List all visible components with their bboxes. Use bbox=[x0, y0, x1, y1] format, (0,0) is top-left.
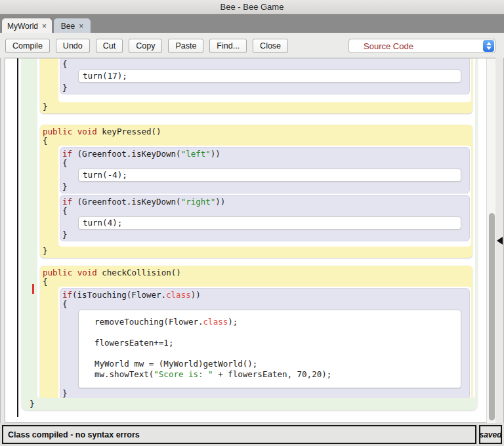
code-line: turn(17); bbox=[83, 71, 461, 81]
statement-box[interactable]: removeTouching(Flower.class); flowersEat… bbox=[78, 310, 461, 388]
if-frame[interactable]: if (Greenfoot.isKeyDown("left")){turn(-4… bbox=[60, 147, 470, 193]
code-token: "Score is: " bbox=[154, 369, 213, 379]
tab-strip: MyWorld × Bee × bbox=[0, 14, 504, 33]
code-token: + flowersEaten, 70,20); bbox=[213, 369, 332, 379]
code-line: turn(4); bbox=[83, 218, 461, 228]
statement-box[interactable]: turn(4); bbox=[78, 216, 461, 230]
code-token: class bbox=[166, 290, 191, 300]
code-line bbox=[94, 327, 461, 338]
method-frame[interactable]: {turn(17);}} bbox=[40, 58, 472, 113]
if-condition: if (Greenfoot.isKeyDown("left")) bbox=[62, 149, 468, 159]
tab-myworld-close-icon[interactable]: × bbox=[42, 22, 47, 31]
code-token: (Greenfoot.isKeyDown( bbox=[72, 197, 181, 207]
method-frame[interactable]: public void checkCollision(){if(isTouchi… bbox=[40, 266, 472, 398]
class-frame[interactable]: {turn(17);}}public void keyPressed(){if … bbox=[22, 58, 477, 410]
close-brace: } bbox=[62, 83, 468, 92]
toolbar-button-close[interactable]: Close bbox=[253, 39, 288, 53]
code-token: mw.showText( bbox=[94, 369, 154, 379]
code-token: { bbox=[62, 158, 68, 168]
toolbar-button-paste[interactable]: Paste bbox=[168, 39, 203, 53]
code-token: turn(-4); bbox=[83, 170, 127, 180]
code-token: "left" bbox=[181, 149, 211, 159]
code-line: turn(-4); bbox=[83, 170, 461, 180]
tab-myworld[interactable]: MyWorld × bbox=[1, 18, 52, 33]
code-token: public bbox=[43, 127, 72, 136]
code-token: checkCollision() bbox=[97, 268, 181, 277]
code-editor[interactable]: {turn(17);}}public void keyPressed(){if … bbox=[5, 58, 495, 423]
toolbar-button-find[interactable]: Find... bbox=[209, 39, 247, 53]
edit-caret bbox=[32, 284, 34, 294]
window-title: Bee - Bee Game bbox=[0, 2, 504, 12]
editor-window: Bee - Bee Game MyWorld × Bee × CompileUn… bbox=[0, 0, 504, 446]
if-frame[interactable]: {turn(17);} bbox=[60, 58, 470, 94]
code-token: ); bbox=[228, 317, 238, 327]
open-brace: { bbox=[62, 159, 468, 168]
toolbar-button-undo[interactable]: Undo bbox=[56, 39, 90, 53]
tab-bee[interactable]: Bee × bbox=[53, 18, 91, 33]
code-token: } bbox=[62, 83, 68, 92]
code-token: if bbox=[62, 149, 72, 159]
if-frame[interactable]: if(isTouching(Flower.class)){removeTouch… bbox=[60, 288, 470, 398]
title-bar: Bee - Bee Game bbox=[0, 0, 504, 14]
code-token: flowersEaten+=1; bbox=[94, 338, 173, 348]
code-token: if bbox=[62, 290, 72, 300]
code-token: } bbox=[62, 230, 68, 239]
toolbar-button-copy[interactable]: Copy bbox=[129, 39, 162, 53]
split-pane-arrow-icon[interactable] bbox=[497, 237, 503, 245]
code-token: removeTouching(Flower. bbox=[94, 317, 203, 327]
code-line: removeTouching(Flower.class); bbox=[94, 317, 461, 327]
scrollbar-thumb[interactable] bbox=[489, 213, 495, 420]
code-token: MyWorld mw = (MyWorld)getWorld(); bbox=[94, 359, 257, 369]
code-token: )) bbox=[191, 290, 201, 300]
view-selector[interactable]: Source Code bbox=[348, 39, 495, 53]
code-token: )) bbox=[211, 149, 220, 159]
tab-bee-close-icon[interactable]: × bbox=[79, 22, 83, 31]
code-token: } bbox=[43, 102, 48, 112]
code-token: { bbox=[43, 277, 48, 287]
statement-box[interactable]: turn(-4); bbox=[78, 169, 461, 182]
toolbar: CompileUndoCutCopyPasteFind...Close Sour… bbox=[0, 33, 504, 58]
open-brace: { bbox=[62, 60, 468, 69]
code-token: if bbox=[62, 197, 72, 207]
class-body: {turn(17);}}public void keyPressed(){if … bbox=[37, 58, 475, 398]
code-token bbox=[72, 127, 77, 136]
if-condition: if (Greenfoot.isKeyDown("right")) bbox=[62, 197, 468, 207]
method-body: if (Greenfoot.isKeyDown("left")){turn(-4… bbox=[58, 146, 471, 247]
method-frame[interactable]: public void keyPressed(){if (Greenfoot.i… bbox=[40, 125, 472, 258]
method-body: {turn(17);} bbox=[58, 58, 471, 102]
code-token: { bbox=[43, 136, 48, 146]
code-token: } bbox=[62, 182, 68, 192]
open-brace: { bbox=[62, 207, 468, 216]
code-token bbox=[72, 268, 77, 277]
stepper-icon[interactable] bbox=[483, 40, 494, 52]
toolbar-button-compile[interactable]: Compile bbox=[5, 39, 50, 53]
class-close-brace: } bbox=[30, 399, 35, 409]
code-token: public bbox=[43, 268, 72, 277]
frame-cursor-line bbox=[17, 58, 18, 417]
tab-bee-label: Bee bbox=[61, 22, 75, 31]
tab-myworld-label: MyWorld bbox=[7, 22, 38, 31]
method-body: if(isTouching(Flower.class)){removeTouch… bbox=[58, 287, 471, 398]
open-brace: { bbox=[43, 277, 471, 287]
code-token: { bbox=[62, 59, 68, 69]
method-signature: public void checkCollision() bbox=[43, 268, 471, 277]
toolbar-button-cut[interactable]: Cut bbox=[96, 39, 123, 53]
code-token: } bbox=[43, 246, 48, 256]
code-token: void bbox=[77, 268, 97, 277]
code-line: flowersEaten+=1; bbox=[94, 338, 461, 348]
code-token: turn(17); bbox=[83, 71, 127, 81]
toolbar-buttons: CompileUndoCutCopyPasteFind...Close bbox=[5, 39, 288, 53]
if-frame[interactable]: if (Greenfoot.isKeyDown("right")){turn(4… bbox=[60, 195, 470, 241]
code-token: { bbox=[62, 206, 68, 216]
code-token: class bbox=[203, 317, 228, 327]
code-token: { bbox=[62, 299, 68, 309]
code-token: keyPressed() bbox=[97, 127, 161, 136]
compile-status-message: Class compiled - no syntax errors bbox=[2, 425, 476, 444]
close-brace: } bbox=[43, 102, 471, 112]
status-bar: Class compiled - no syntax errors saved bbox=[0, 423, 504, 446]
code-line bbox=[94, 348, 461, 359]
statement-box[interactable]: turn(17); bbox=[78, 70, 461, 83]
close-brace: } bbox=[43, 247, 471, 256]
if-condition: if(isTouching(Flower.class)) bbox=[62, 290, 468, 300]
code-token: (Greenfoot.isKeyDown( bbox=[72, 149, 181, 159]
